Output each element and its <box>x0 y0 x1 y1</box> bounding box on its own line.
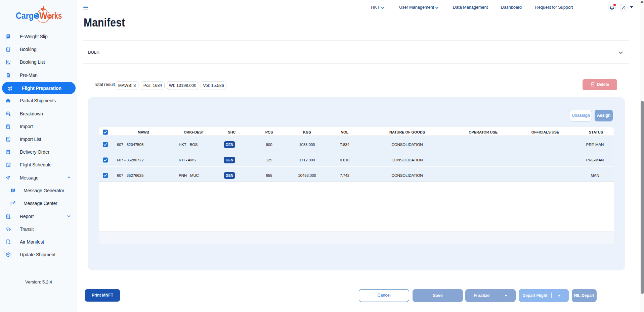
svg-text:Carg: Carg <box>16 11 34 21</box>
svg-text:rks: rks <box>52 11 62 21</box>
svg-text:W: W <box>39 11 47 21</box>
